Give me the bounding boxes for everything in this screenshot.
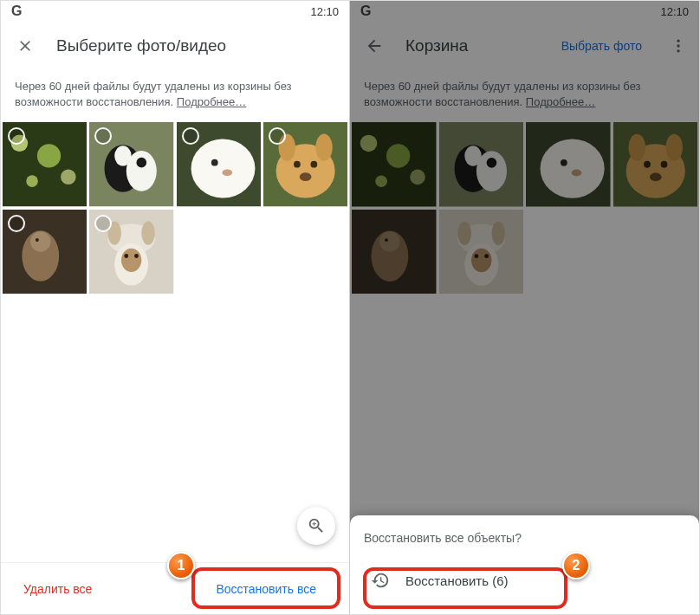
trash-notice: Через 60 дней файлы будут удалены из кор… [350, 70, 699, 122]
svg-point-52 [628, 134, 645, 161]
svg-point-11 [191, 139, 255, 198]
photo-thumb[interactable] [352, 210, 437, 295]
photo-thumb[interactable] [439, 210, 524, 295]
svg-point-55 [660, 161, 667, 168]
svg-point-53 [665, 134, 683, 161]
selection-circle-icon[interactable] [8, 215, 25, 232]
photo-thumb[interactable] [177, 122, 261, 206]
svg-point-37 [360, 135, 378, 152]
svg-point-32 [134, 254, 139, 258]
svg-point-2 [37, 145, 61, 168]
google-logo: G [11, 3, 22, 19]
svg-point-64 [491, 222, 505, 245]
svg-point-19 [310, 161, 317, 168]
delete-all-button[interactable]: Удалить все [18, 573, 97, 605]
svg-point-8 [114, 146, 131, 166]
google-logo: G [360, 3, 371, 19]
select-photo-button[interactable]: Выбрать фото [553, 32, 651, 60]
magnify-plus-icon [307, 516, 326, 535]
restore-action-label: Восстановить (6) [405, 573, 509, 588]
svg-point-40 [375, 176, 387, 188]
app-bar: Корзина Выбрать фото [350, 22, 699, 70]
photo-thumb[interactable] [263, 122, 347, 206]
svg-point-34 [677, 44, 679, 47]
photo-thumb[interactable] [3, 122, 87, 206]
photo-thumb[interactable] [439, 122, 524, 207]
app-bar: Выберите фото/видео [1, 22, 349, 70]
status-time: 12:10 [310, 5, 339, 18]
svg-point-66 [471, 249, 491, 272]
svg-point-67 [474, 254, 478, 258]
svg-point-68 [484, 254, 489, 258]
svg-point-56 [649, 173, 661, 182]
learn-more-link[interactable]: Подробнее… [526, 95, 595, 108]
svg-point-17 [315, 134, 332, 161]
photo-thumb[interactable] [89, 122, 173, 206]
svg-point-18 [294, 161, 301, 168]
photo-thumb[interactable] [526, 122, 611, 207]
photo-thumb[interactable] [89, 210, 173, 294]
photo-thumb[interactable] [3, 210, 87, 294]
restore-action-button[interactable]: Восстановить (6) [364, 560, 685, 600]
svg-point-44 [464, 146, 482, 166]
notice-text: Через 60 дней файлы будут удалены из кор… [364, 80, 641, 108]
photo-thumb[interactable] [352, 122, 437, 207]
svg-point-31 [125, 254, 129, 258]
trash-notice: Через 60 дней файлы будут удалены из кор… [1, 70, 349, 122]
svg-point-59 [379, 231, 399, 251]
svg-point-23 [30, 231, 50, 251]
svg-point-63 [457, 222, 471, 245]
svg-point-48 [561, 159, 567, 166]
svg-point-60 [385, 238, 388, 242]
status-bar: G 12:10 [350, 1, 699, 22]
svg-point-28 [142, 221, 156, 244]
svg-point-54 [644, 161, 651, 168]
bottom-action-bar: Удалить все Восстановить все [1, 562, 349, 614]
svg-point-20 [300, 173, 312, 182]
restore-all-button[interactable]: Восстановить все [200, 573, 332, 605]
page-title: Выберите фото/видео [56, 36, 342, 55]
svg-point-3 [61, 170, 76, 185]
zoom-in-fab[interactable] [297, 507, 335, 545]
page-title: Корзина [405, 36, 539, 55]
phone-screen-select: G 12:10 Выберите фото/видео Через 60 дне… [1, 1, 350, 614]
selection-circle-icon[interactable] [269, 127, 286, 145]
learn-more-link[interactable]: Подробнее… [177, 95, 246, 108]
notice-text: Через 60 дней файлы будут удалены из кор… [15, 80, 292, 108]
svg-point-39 [410, 170, 425, 185]
back-arrow-icon[interactable] [357, 29, 392, 63]
close-icon[interactable] [8, 29, 42, 63]
svg-point-9 [137, 158, 147, 168]
status-bar: G 12:10 [1, 1, 349, 22]
photo-grid [1, 122, 349, 294]
svg-point-35 [677, 49, 679, 52]
sheet-title: Восстановить все объекты? [364, 531, 685, 545]
svg-point-12 [211, 159, 217, 166]
more-vert-icon[interactable] [664, 29, 692, 63]
svg-point-38 [386, 145, 410, 168]
phone-screen-trash: G 12:10 Корзина Выбрать фото Через 60 дн… [350, 1, 699, 614]
restore-icon [371, 571, 390, 590]
status-time: 12:10 [660, 5, 689, 18]
svg-point-30 [121, 248, 141, 271]
selection-circle-icon[interactable] [94, 215, 112, 232]
svg-point-33 [677, 40, 679, 42]
selection-circle-icon[interactable] [182, 127, 199, 145]
photo-grid [350, 122, 699, 294]
bottom-sheet: Восстановить все объекты? Восстановить (… [350, 515, 699, 614]
svg-point-49 [572, 170, 582, 177]
svg-point-4 [26, 176, 38, 188]
svg-point-24 [36, 238, 39, 242]
svg-point-47 [541, 139, 605, 198]
svg-point-13 [222, 170, 232, 177]
photo-thumb[interactable] [613, 122, 698, 207]
svg-point-45 [486, 158, 496, 168]
